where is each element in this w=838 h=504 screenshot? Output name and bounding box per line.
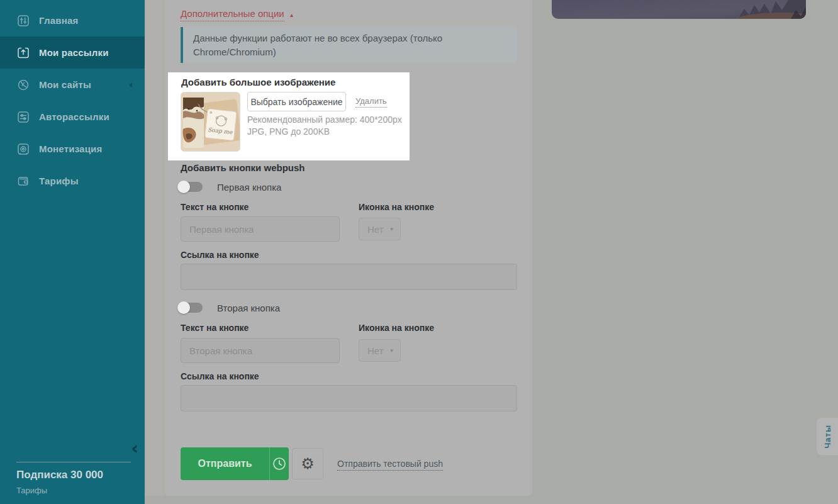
first-button-text-input[interactable] bbox=[181, 216, 340, 242]
button-link-label: Ссылка на кнопке bbox=[181, 250, 259, 260]
send-button-label: Отправить bbox=[181, 447, 269, 480]
delete-image-link[interactable]: Удалить bbox=[355, 96, 387, 108]
sidebar-item-automailings[interactable]: Авторассылки bbox=[0, 101, 145, 133]
push-form-card: Дополнительные опции ▴ Данные функции ра… bbox=[165, 0, 532, 496]
button-icon-label: Иконка на кнопке bbox=[359, 323, 434, 333]
sidebar-nav: Главная Мои рассылки Мои сайты bbox=[0, 0, 145, 197]
automation-icon bbox=[18, 111, 29, 123]
sidebar-item-home[interactable]: Главная bbox=[0, 4, 145, 36]
sidebar-item-tariffs[interactable]: Тарифы bbox=[0, 165, 145, 197]
sidebar-item-label: Монетизация bbox=[39, 143, 102, 154]
sidebar-item-label: Мои сайты bbox=[39, 79, 91, 90]
sidebar-subscription: Подписка 30 000 Тарифы bbox=[16, 469, 103, 495]
sidebar-item-my-mailings[interactable]: Мои рассылки bbox=[0, 36, 145, 69]
button-link-label: Ссылка на кнопке bbox=[181, 371, 259, 381]
additional-options-toggle[interactable]: Дополнительные опции ▴ bbox=[181, 8, 293, 19]
chevron-up-icon: ▴ bbox=[290, 11, 293, 18]
second-button-toggle[interactable] bbox=[177, 301, 203, 314]
schedule-send-button[interactable] bbox=[270, 447, 289, 480]
globe-icon bbox=[18, 79, 29, 91]
button-text-label: Текст на кнопке bbox=[181, 202, 249, 212]
big-image-thumbnail: Soap me bbox=[181, 92, 240, 152]
button-icon-label: Иконка на кнопке bbox=[359, 202, 434, 212]
chevron-left-icon bbox=[129, 82, 132, 87]
sidebar-item-label: Авторассылки bbox=[39, 111, 109, 122]
first-button-toggle[interactable] bbox=[177, 181, 203, 193]
send-test-push-link[interactable]: Отправить тестовый push bbox=[337, 459, 443, 471]
second-button-text-input[interactable] bbox=[181, 338, 340, 363]
subscription-tariffs-link[interactable]: Тарифы bbox=[16, 486, 103, 495]
button-text-label: Текст на кнопке bbox=[181, 323, 249, 333]
icon-select-value: Нет bbox=[367, 345, 384, 356]
wallet-icon bbox=[18, 176, 29, 187]
webpush-buttons-title: Добавить кнопки webpush bbox=[181, 162, 305, 173]
caret-down-icon: ▼ bbox=[389, 227, 394, 232]
sidebar-item-label: Мои рассылки bbox=[39, 47, 109, 58]
clock-icon bbox=[272, 457, 286, 471]
first-button-link-input[interactable] bbox=[181, 264, 517, 290]
second-button-link-input[interactable] bbox=[181, 385, 517, 412]
hint-line-2: JPG, PNG до 200KB bbox=[247, 126, 402, 138]
safe-icon bbox=[18, 143, 29, 155]
gear-icon: ⚙ bbox=[301, 455, 315, 473]
big-image-section: Добавить большое изображение S bbox=[168, 72, 410, 160]
sliders-icon bbox=[18, 15, 29, 26]
upload-icon bbox=[18, 47, 29, 59]
first-button-icon-select[interactable]: Нет ▼ bbox=[359, 218, 401, 240]
send-button[interactable]: Отправить bbox=[181, 447, 289, 480]
subscription-count: Подписка 30 000 bbox=[16, 469, 103, 481]
sidebar-collapse-button[interactable]: ‹ bbox=[131, 442, 138, 455]
settings-button[interactable]: ⚙ bbox=[292, 448, 323, 479]
chats-tab-label: Чаты bbox=[823, 425, 832, 449]
icon-select-value: Нет bbox=[367, 224, 384, 235]
big-image-title: Добавить большое изображение bbox=[181, 77, 335, 87]
choose-image-button[interactable]: Выбрать изображение bbox=[247, 92, 346, 111]
additional-options-label: Дополнительные опции bbox=[181, 8, 284, 21]
hint-line-1: Рекомендованный размер: 400*200px bbox=[247, 114, 402, 126]
browser-support-note: Данные функции работают не во всех брауз… bbox=[181, 27, 517, 63]
toggle-knob bbox=[177, 301, 190, 314]
sidebar: Главная Мои рассылки Мои сайты bbox=[0, 0, 145, 504]
sidebar-item-my-sites[interactable]: Мои сайты bbox=[0, 69, 145, 101]
sidebar-item-monetization[interactable]: Монетизация bbox=[0, 133, 145, 165]
push-preview-image bbox=[552, 0, 806, 19]
second-button-icon-select[interactable]: Нет ▼ bbox=[359, 339, 401, 362]
first-button-toggle-label: Первая кнопка bbox=[217, 182, 281, 193]
content-gap bbox=[145, 0, 165, 496]
chats-tab[interactable]: Чаты bbox=[817, 418, 838, 455]
toggle-knob bbox=[177, 181, 190, 193]
second-button-toggle-label: Вторая кнопка bbox=[217, 303, 280, 313]
caret-down-icon: ▼ bbox=[389, 348, 394, 354]
sidebar-item-label: Тарифы bbox=[39, 176, 79, 186]
image-size-hint: Рекомендованный размер: 400*200px JPG, P… bbox=[247, 114, 402, 138]
sidebar-item-label: Главная bbox=[39, 15, 78, 26]
sidebar-divider bbox=[16, 462, 131, 462]
